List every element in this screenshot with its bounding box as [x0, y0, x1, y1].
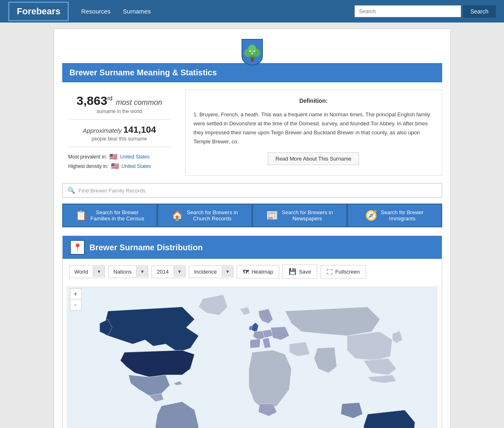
stats-def-row: 3,863rd most common surname in the world… [62, 90, 442, 176]
incidence-arrow-icon: ▼ [222, 266, 233, 277]
main-content: Brewer Surname Meaning & Statistics 3,86… [54, 29, 451, 428]
rank-sub: surname in the world [68, 109, 171, 114]
save-button[interactable]: 💾 Save [283, 265, 317, 279]
year-dropdown[interactable]: 2014 ▼ [151, 265, 185, 278]
density-label: Highest density in: [68, 163, 108, 169]
map-pin-icon: 📍 [73, 243, 82, 252]
rank-number: 3,863rd most common [77, 94, 162, 107]
distribution-header: 📍 Brewer Surname Distribution [63, 236, 442, 259]
fullscreen-button[interactable]: ⛶ Fullscreen [321, 265, 366, 279]
svg-point-6 [253, 50, 255, 52]
svg-point-5 [249, 50, 251, 52]
family-search-placeholder: Find Brewer Family Records [79, 188, 146, 194]
prevalent-flag: 🇺🇸 [109, 153, 118, 161]
prevalent-row: Most prevalent in: 🇺🇸 United States [68, 153, 171, 161]
nations-dropdown[interactable]: Nations ▼ [108, 265, 148, 278]
svg-rect-0 [251, 57, 253, 62]
definition-text: 1. Bruyere, French, a heath. This was a … [194, 110, 434, 146]
map-container: + - [63, 284, 442, 428]
distribution-header-icon: 📍 [70, 240, 85, 255]
world-label: World [70, 266, 93, 278]
approx-line: Approximately 141,104 [68, 125, 171, 135]
density-country-link[interactable]: United States [122, 163, 151, 169]
search-area: Search [355, 5, 496, 18]
surname-title: Brewer Surname Meaning & Statistics [70, 68, 217, 77]
year-arrow-icon: ▼ [174, 266, 185, 277]
newspapers-icon: 📰 [266, 210, 278, 221]
logo-text: Forebears [17, 6, 60, 16]
zoom-in-button[interactable]: + [70, 289, 81, 299]
definition-title: Definition: [194, 96, 434, 106]
incidence-dropdown[interactable]: Incidence ▼ [189, 265, 234, 278]
header: Forebears Resources Surnames Search [0, 0, 504, 23]
nations-arrow-icon: ▼ [136, 266, 148, 277]
approx-count: 141,104 [123, 125, 156, 135]
main-nav: Resources Surnames [81, 8, 354, 15]
definition-column: Definition: 1. Bruyere, French, a heath.… [185, 90, 442, 176]
incidence-label: Incidence [189, 266, 222, 278]
svg-point-4 [248, 45, 256, 53]
save-label: Save [299, 269, 311, 275]
map-controls: World ▼ Nations ▼ 2014 ▼ Incidence ▼ 🗺 H… [63, 259, 442, 284]
year-label: 2014 [152, 266, 174, 278]
distribution-section: 📍 Brewer Surname Distribution World ▼ Na… [62, 236, 442, 428]
church-label: Search for Brewers inChurch Records [187, 209, 238, 222]
density-flag: 🇺🇸 [111, 162, 119, 170]
save-icon: 💾 [289, 268, 296, 275]
prevalent-label: Most prevalent in: [68, 154, 107, 160]
shield-icon [240, 37, 264, 66]
newspapers-search-button[interactable]: 📰 Search for Brewers inNewspapers [252, 204, 347, 227]
nav-surnames[interactable]: Surnames [123, 8, 151, 15]
census-label: Search for BrewerFamilies in the Census [90, 209, 145, 222]
fullscreen-label: Fullscreen [335, 269, 360, 275]
shield-top [62, 37, 442, 67]
rank-suffix: rd [107, 95, 112, 102]
stats-column: 3,863rd most common surname in the world… [62, 90, 177, 176]
heatmap-button[interactable]: 🗺 Heatmap [237, 265, 279, 279]
distribution-title: Brewer Surname Distribution [90, 243, 203, 252]
heatmap-label: Heatmap [251, 269, 273, 275]
census-search-button[interactable]: 📋 Search for BrewerFamilies in the Censu… [62, 204, 157, 227]
search-glass-icon: 🔍 [68, 187, 75, 194]
nations-label: Nations [108, 266, 136, 278]
newspapers-label: Search for Brewers inNewspapers [282, 209, 333, 222]
family-search-bar[interactable]: 🔍 Find Brewer Family Records [62, 183, 442, 198]
search-button[interactable]: Search [463, 5, 496, 18]
logo-box[interactable]: Forebears [8, 2, 69, 21]
world-map [67, 286, 438, 428]
svg-point-7 [251, 53, 253, 54]
prevalent-country-link[interactable]: United States [120, 154, 149, 160]
immigrants-label: Search for BrewerImmigrants [381, 209, 424, 222]
search-input[interactable] [355, 5, 461, 17]
density-row: Highest density in: 🇺🇸 United States [68, 162, 171, 170]
zoom-controls: + - [70, 288, 81, 310]
approx-sub: people bear this surname [68, 136, 171, 142]
world-arrow-icon: ▼ [93, 266, 104, 277]
nav-resources[interactable]: Resources [81, 8, 111, 15]
zoom-out-button[interactable]: - [70, 299, 81, 310]
prevalence-info: Most prevalent in: 🇺🇸 United States High… [68, 153, 171, 170]
approx-prefix: Approximately [83, 127, 122, 134]
immigrants-search-button[interactable]: 🧭 Search for BrewerImmigrants [347, 204, 442, 227]
read-more-button[interactable]: Read More About This Surname [268, 152, 359, 165]
fullscreen-icon: ⛶ [327, 268, 333, 275]
church-search-button[interactable]: 🏠 Search for Brewers inChurch Records [157, 204, 252, 227]
heatmap-icon: 🗺 [243, 268, 249, 275]
world-dropdown[interactable]: World ▼ [69, 265, 105, 278]
rank-label: most common [116, 98, 162, 106]
immigrants-icon: 🧭 [365, 210, 377, 221]
action-buttons: 📋 Search for BrewerFamilies in the Censu… [62, 204, 442, 227]
census-icon: 📋 [75, 210, 87, 221]
church-icon: 🏠 [171, 210, 183, 221]
